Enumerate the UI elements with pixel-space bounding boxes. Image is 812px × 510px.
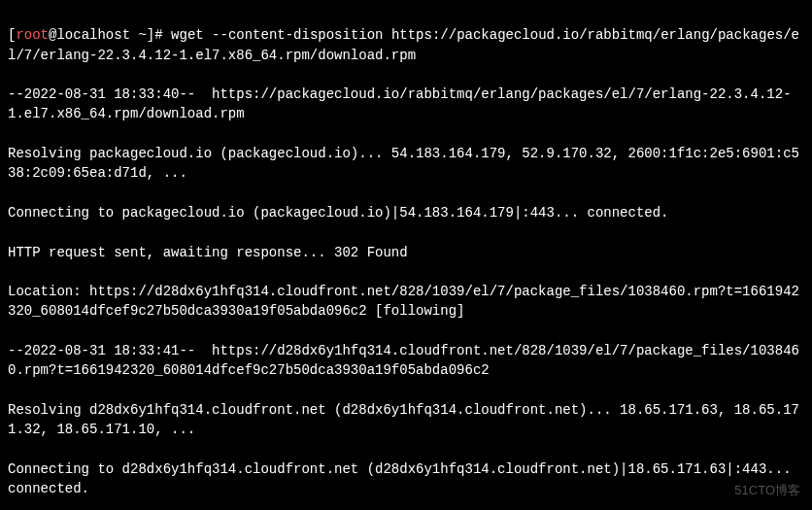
prompt-host: localhost: [56, 27, 130, 43]
prompt-path: ~: [138, 27, 146, 43]
terminal-output: [root@localhost ~]# wget --content-dispo…: [8, 6, 804, 510]
command-line: [root@localhost ~]# wget --content-dispo…: [8, 25, 804, 65]
watermark-text: 51CTO博客: [734, 482, 800, 500]
output-line: Resolving packagecloud.io (packagecloud.…: [8, 144, 804, 184]
output-line: Location: https://d28dx6y1hfq314.cloudfr…: [8, 282, 804, 322]
output-line: --2022-08-31 18:33:41-- https://d28dx6y1…: [8, 341, 804, 381]
prompt-user: root: [16, 27, 49, 43]
prompt-close: ]: [147, 27, 154, 43]
output-line: --2022-08-31 18:33:40-- https://packagec…: [8, 85, 804, 124]
output-line: HTTP request sent, awaiting response... …: [8, 243, 804, 262]
output-line: Connecting to d28dx6y1hfq314.cloudfront.…: [8, 459, 804, 499]
output-line: Resolving d28dx6y1hfq314.cloudfront.net …: [8, 400, 804, 440]
prompt-symbol: #: [154, 27, 162, 43]
output-line: Connecting to packagecloud.io (packagecl…: [8, 203, 804, 222]
